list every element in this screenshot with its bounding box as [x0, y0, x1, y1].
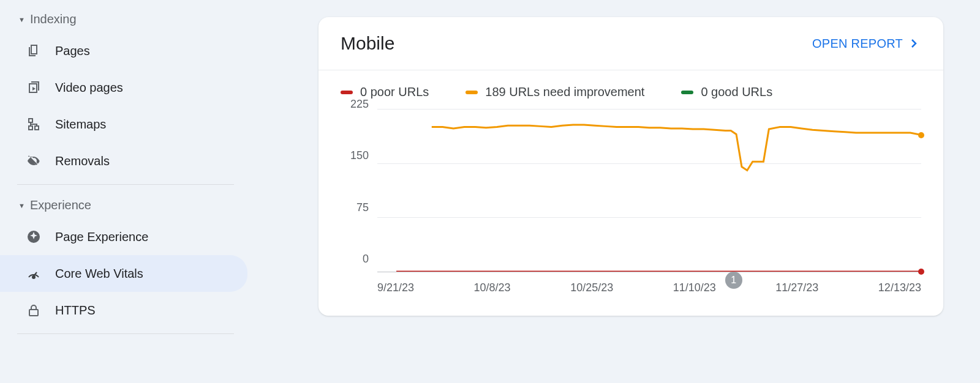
- video-pages-icon: [26, 80, 42, 95]
- divider: [17, 333, 234, 334]
- x-tick: 12/13/23: [878, 281, 921, 300]
- sidebar-item-label: Removals: [55, 154, 110, 168]
- x-axis: 9/21/23 10/8/23 10/25/23 11/10/23 11/27/…: [377, 281, 921, 300]
- sidebar-item-removals[interactable]: Removals: [0, 143, 247, 179]
- section-label: Experience: [30, 198, 91, 212]
- plot-area: 1: [377, 109, 921, 272]
- sidebar: ▼ Indexing Pages Video pages Sitemaps: [0, 0, 251, 383]
- sidebar-item-label: Page Experience: [55, 230, 148, 244]
- svg-rect-2: [29, 126, 32, 130]
- sidebar-item-video-pages[interactable]: Video pages: [0, 69, 247, 106]
- chart-legend: 0 poor URLs 189 URLs need improvement 0 …: [318, 70, 943, 104]
- divider: [17, 184, 234, 185]
- legend-label: 189 URLs need improvement: [485, 85, 644, 99]
- sidebar-item-page-experience[interactable]: Page Experience: [0, 218, 247, 255]
- x-tick: 11/27/23: [775, 281, 818, 300]
- page-experience-icon: [26, 229, 42, 245]
- pages-icon: [26, 43, 42, 59]
- chevron-right-icon: [907, 36, 921, 51]
- y-tick: 225: [341, 98, 369, 111]
- sidebar-item-label: Sitemaps: [55, 117, 106, 132]
- y-tick: 0: [341, 252, 369, 265]
- chart: 225 150 75 0 1 9/21/23 10/8/23 10: [318, 104, 943, 316]
- x-tick: 11/10/23: [673, 281, 716, 300]
- sidebar-item-core-web-vitals[interactable]: Core Web Vitals: [0, 255, 247, 292]
- y-axis: 225 150 75 0: [341, 104, 369, 272]
- legend-swatch: [341, 91, 353, 94]
- card-title: Mobile: [341, 33, 394, 54]
- legend-label: 0 good URLs: [701, 85, 772, 99]
- card-header: Mobile OPEN REPORT: [318, 17, 943, 70]
- main-content: Mobile OPEN REPORT 0 poor URLs 189 URLs …: [251, 0, 980, 383]
- y-tick: 75: [341, 201, 369, 214]
- legend-label: 0 poor URLs: [360, 85, 429, 99]
- removals-icon: [26, 153, 42, 169]
- caret-down-icon: ▼: [18, 202, 25, 209]
- sidebar-item-pages[interactable]: Pages: [0, 32, 247, 69]
- caret-down-icon: ▼: [18, 16, 25, 23]
- lock-icon: [26, 302, 42, 318]
- section-header-indexing[interactable]: ▼ Indexing: [0, 6, 251, 32]
- sidebar-item-sitemaps[interactable]: Sitemaps: [0, 106, 247, 143]
- legend-item-good[interactable]: 0 good URLs: [681, 85, 772, 99]
- open-report-label: OPEN REPORT: [812, 37, 903, 51]
- y-tick: 150: [341, 149, 369, 162]
- svg-point-4: [32, 276, 35, 278]
- sidebar-item-label: HTTPS: [55, 303, 96, 318]
- svg-rect-1: [35, 126, 39, 130]
- x-tick: 10/25/23: [570, 281, 613, 300]
- svg-rect-5: [29, 310, 38, 316]
- svg-rect-0: [29, 119, 32, 122]
- sitemaps-icon: [26, 116, 42, 132]
- section-header-experience[interactable]: ▼ Experience: [0, 192, 251, 218]
- mobile-card: Mobile OPEN REPORT 0 poor URLs 189 URLs …: [318, 17, 943, 316]
- legend-swatch: [466, 91, 478, 94]
- legend-item-need[interactable]: 189 URLs need improvement: [466, 85, 644, 99]
- sidebar-item-https[interactable]: HTTPS: [0, 292, 247, 329]
- series-endpoint: [918, 132, 924, 138]
- legend-swatch: [681, 91, 693, 94]
- gauge-icon: [26, 266, 42, 281]
- sidebar-item-label: Video pages: [55, 81, 123, 95]
- x-tick: 9/21/23: [377, 281, 414, 300]
- x-tick: 10/8/23: [474, 281, 511, 300]
- section-label: Indexing: [30, 12, 77, 26]
- open-report-button[interactable]: OPEN REPORT: [812, 36, 921, 51]
- sidebar-item-label: Pages: [55, 44, 90, 58]
- sidebar-item-label: Core Web Vitals: [55, 267, 143, 281]
